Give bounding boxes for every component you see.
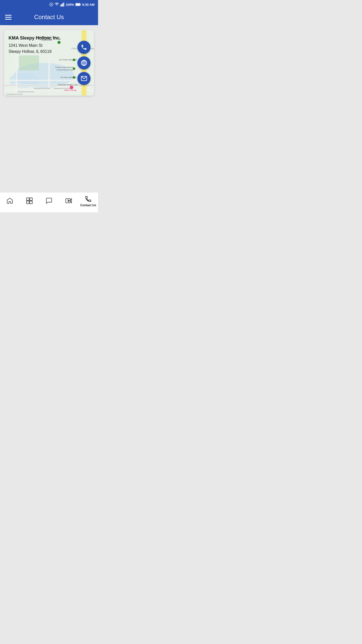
address-line1: 1041 West Main St (9, 43, 61, 49)
battery-icon (75, 3, 81, 6)
action-buttons (77, 41, 90, 85)
svg-text:Boulevard of the Arts: Boulevard of the Arts (54, 88, 70, 89)
app-header: Contact Us (0, 9, 98, 25)
location-icon (49, 3, 53, 7)
svg-text:Boulevard of the Arts: Boulevard of the Arts (18, 91, 34, 93)
svg-point-32 (73, 59, 75, 61)
phone-nav-icon (85, 195, 92, 203)
business-name: KMA Sleepy Hollow, Inc. (9, 35, 61, 41)
svg-rect-4 (61, 4, 62, 7)
svg-rect-51 (26, 198, 29, 200)
wifi-icon (55, 3, 59, 7)
nav-item-home[interactable] (0, 197, 20, 205)
nav-item-chat[interactable] (39, 197, 59, 205)
email-button[interactable] (77, 72, 90, 85)
address-line2: Sleepy Hollow, IL 60118 (9, 49, 61, 55)
phone-button[interactable] (77, 41, 90, 54)
bottom-navigation: Contact Us (0, 192, 98, 212)
svg-text:Sarasota Garden Club: Sarasota Garden Club (58, 84, 78, 86)
contact-info: KMA Sleepy Hollow, Inc. 1041 West Main S… (9, 35, 61, 55)
svg-rect-3 (60, 5, 61, 7)
status-icons: 100% 9:30 AM (49, 3, 95, 7)
svg-marker-56 (70, 198, 72, 203)
svg-text:Boulevard of the Arts: Boulevard of the Arts (34, 88, 50, 89)
home-icon (6, 197, 13, 204)
svg-text:Hyatt el Parking: Hyatt el Parking (64, 89, 76, 91)
svg-point-35 (73, 67, 75, 70)
svg-marker-57 (68, 200, 70, 202)
svg-rect-7 (64, 3, 64, 7)
svg-point-37 (73, 76, 75, 79)
svg-rect-10 (80, 4, 80, 5)
svg-text:County History Center: County History Center (57, 69, 74, 71)
svg-rect-53 (26, 201, 29, 204)
svg-point-43 (70, 86, 73, 89)
svg-rect-54 (30, 201, 32, 204)
battery-percent: 100% (66, 3, 74, 7)
time: 9:30 AM (82, 3, 95, 7)
svg-rect-52 (30, 198, 32, 200)
nav-label-contact: Contact Us (80, 204, 96, 207)
svg-rect-5 (62, 4, 63, 7)
svg-text:Friends of the Sarasota: Friends of the Sarasota (55, 66, 73, 68)
website-button[interactable] (77, 56, 90, 69)
status-bar: 100% 9:30 AM (0, 0, 98, 9)
nav-item-video[interactable] (59, 197, 78, 205)
svg-rect-9 (76, 4, 80, 6)
contact-card: Sarasota Municipal Auditorium P Art Cent… (4, 30, 94, 96)
email-icon (81, 75, 87, 82)
svg-text:boulevard of the Arts: boulevard of the Arts (7, 93, 23, 95)
video-icon (65, 197, 72, 204)
main-content: Sarasota Municipal Auditorium P Art Cent… (0, 25, 98, 192)
signal-icon (60, 3, 64, 7)
chat-icon (46, 197, 53, 204)
menu-button[interactable] (5, 15, 12, 20)
svg-rect-26 (19, 55, 39, 70)
grid-icon (26, 197, 33, 204)
svg-rect-6 (63, 3, 63, 7)
nav-item-grid[interactable] (20, 197, 39, 205)
page-title: Contact Us (16, 14, 82, 21)
phone-icon (81, 44, 87, 51)
globe-icon (81, 60, 87, 66)
nav-item-contact[interactable]: Contact Us (78, 195, 98, 207)
